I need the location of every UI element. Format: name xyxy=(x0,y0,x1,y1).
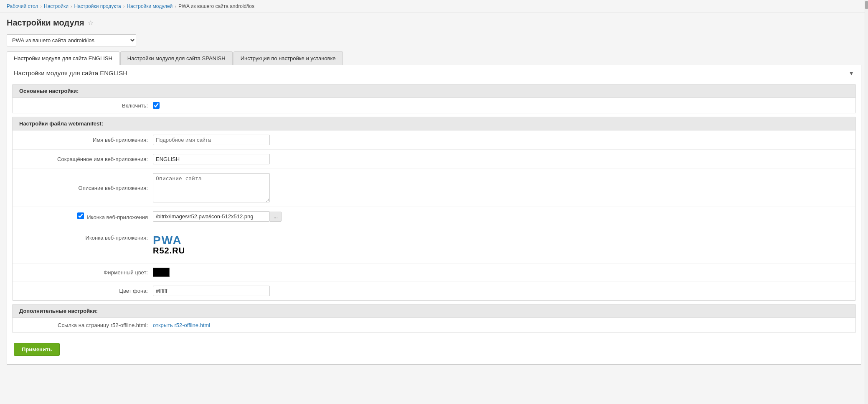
enable-checkbox[interactable] xyxy=(153,102,160,109)
breadcrumb-module-settings[interactable]: Настройки модулей xyxy=(127,3,173,9)
collapse-icon: ▼ xyxy=(848,70,854,77)
app-description-row: Описание веб-приложения: xyxy=(13,169,855,207)
enable-label: Включить: xyxy=(19,102,153,109)
tab-spanish[interactable]: Настройки модуля для сайта SPANISH xyxy=(120,51,233,65)
scrollbar[interactable] xyxy=(865,0,868,371)
tab-instructions[interactable]: Инструкция по настройке и установке xyxy=(233,51,343,65)
enable-row: Включить: xyxy=(13,98,855,113)
favorite-icon[interactable]: ☆ xyxy=(88,19,94,27)
breadcrumb-product-settings[interactable]: Настройки продукта xyxy=(74,3,121,9)
icon-enable-checkbox[interactable] xyxy=(77,212,84,219)
module-select[interactable]: PWA из вашего сайта android/ios xyxy=(7,34,136,46)
app-icon-input[interactable] xyxy=(153,211,270,222)
breadcrumb-sep-3: › xyxy=(123,4,125,9)
app-description-label: Описание веб-приложения: xyxy=(19,185,153,191)
pwa-text-pwa: PWA xyxy=(153,235,182,246)
app-short-name-input[interactable] xyxy=(153,154,270,164)
app-icon-browse-btn[interactable]: ... xyxy=(270,212,282,222)
additional-settings-block: Дополнительные настройки: Ссылка на стра… xyxy=(12,304,856,333)
module-selector-row: PWA из вашего сайта android/ios xyxy=(0,31,868,51)
additional-settings-body: Ссылка на страницу r52-offline.html: отк… xyxy=(13,318,855,332)
section-header[interactable]: Настройки модуля для сайта ENGLISH ▼ xyxy=(7,65,861,81)
page-title: Настройки модуля xyxy=(7,18,84,28)
breadcrumb-home[interactable]: Рабочий стол xyxy=(7,3,38,9)
breadcrumb-sep-2: › xyxy=(71,4,72,9)
icon-preview-field: PWA R52.RU xyxy=(153,235,849,255)
app-short-name-label: Сокращённое имя веб-приложения: xyxy=(19,156,153,162)
breadcrumb-sep-4: › xyxy=(175,4,176,9)
app-name-input[interactable] xyxy=(153,135,270,145)
app-short-name-field xyxy=(153,154,849,164)
app-icon-field: ... xyxy=(153,211,849,222)
enable-field xyxy=(153,102,849,109)
basic-settings-block: Основные настройки: Включить: xyxy=(12,84,856,113)
brand-color-label: Фирменный цвет: xyxy=(19,269,153,276)
tab-english[interactable]: Настройки модуля для сайта ENGLISH xyxy=(7,51,119,65)
app-description-field xyxy=(153,173,849,202)
scrollbar-thumb xyxy=(865,1,868,9)
basic-settings-header: Основные настройки: xyxy=(13,84,855,98)
breadcrumb: Рабочий стол › Настройки › Настройки про… xyxy=(0,0,868,13)
bg-color-field xyxy=(153,286,849,296)
offline-field: открыть r52-offline.html xyxy=(153,322,849,328)
section-title: Настройки модуля для сайта ENGLISH xyxy=(14,69,127,77)
main-content: Настройки модуля для сайта ENGLISH ▼ Осн… xyxy=(7,65,861,365)
icon-preview-label: Иконка веб-приложения: xyxy=(19,235,153,241)
pwa-text-r52: R52.RU xyxy=(153,246,185,255)
tabs-row: Настройки модуля для сайта ENGLISH Настр… xyxy=(0,51,868,65)
webmanifest-settings-header: Настройки файла webmanifest: xyxy=(13,117,855,130)
apply-button[interactable]: Применить xyxy=(14,343,60,356)
icon-preview-row: Иконка веб-приложения: PWA R52.RU xyxy=(13,226,855,263)
apply-row: Применить xyxy=(7,336,861,364)
brand-color-field xyxy=(153,268,849,277)
brand-color-swatch[interactable] xyxy=(153,268,170,277)
app-name-label: Имя веб-приложения: xyxy=(19,137,153,143)
pwa-logo: PWA R52.RU xyxy=(153,235,185,255)
app-icon-label: Иконка веб-приложения xyxy=(19,212,153,220)
bg-color-input[interactable] xyxy=(153,286,270,296)
additional-settings-header: Дополнительные настройки: xyxy=(13,304,855,318)
webmanifest-settings-body: Имя веб-приложения: Сокращённое имя веб-… xyxy=(13,130,855,300)
app-name-row: Имя веб-приложения: xyxy=(13,130,855,150)
basic-settings-body: Включить: xyxy=(13,98,855,113)
app-description-textarea[interactable] xyxy=(153,173,270,202)
breadcrumb-sep-1: › xyxy=(40,4,42,9)
offline-link[interactable]: открыть r52-offline.html xyxy=(153,322,210,328)
offline-row: Ссылка на страницу r52-offline.html: отк… xyxy=(13,318,855,332)
bg-color-label: Цвет фона: xyxy=(19,288,153,294)
app-short-name-row: Сокращённое имя веб-приложения: xyxy=(13,150,855,169)
brand-color-row: Фирменный цвет: xyxy=(13,263,855,281)
page-header: Настройки модуля ☆ xyxy=(0,13,868,31)
bg-color-row: Цвет фона: xyxy=(13,281,855,300)
breadcrumb-current: PWA из вашего сайта android/ios xyxy=(178,3,254,9)
app-name-field xyxy=(153,135,849,145)
webmanifest-settings-block: Настройки файла webmanifest: Имя веб-при… xyxy=(12,117,856,301)
breadcrumb-settings[interactable]: Настройки xyxy=(44,3,69,9)
app-icon-row: Иконка веб-приложения ... xyxy=(13,207,855,226)
offline-label: Ссылка на страницу r52-offline.html: xyxy=(19,322,153,328)
